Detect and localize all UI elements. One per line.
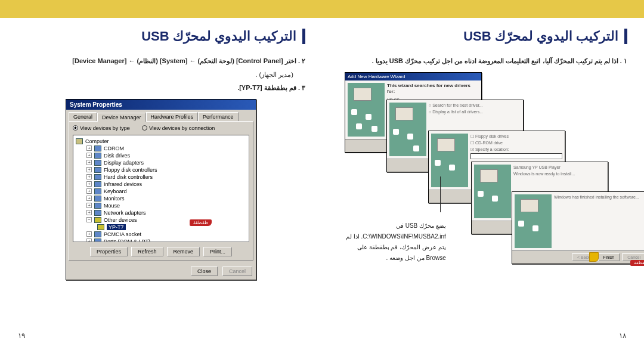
note-line-1: يضع محرّك USB في (346, 221, 446, 231)
expand-icon[interactable]: + (86, 188, 92, 194)
wizard-side-graphic (389, 103, 426, 156)
decor-icon (393, 129, 399, 135)
tab-device-manager[interactable]: Device Manager (97, 113, 146, 122)
properties-button[interactable]: Properties (90, 247, 128, 256)
expand-icon[interactable]: + (86, 231, 92, 237)
page-left: التركيب اليدوي لمحرّك USB ٢ . اختر [Cont… (0, 18, 322, 328)
page-title-right: التركيب اليدوي لمحرّك USB (463, 29, 618, 44)
decor-icon (366, 114, 371, 120)
computer-graphic (437, 138, 455, 151)
collapse-icon[interactable]: − (86, 217, 92, 222)
finish-button[interactable]: Finish (598, 253, 620, 261)
decor-icon (449, 165, 455, 171)
sysprop-bottom-row: Close Cancel (66, 263, 256, 280)
wizard-txt: Samsung YP USB Player (513, 165, 605, 170)
page-number-left: ١٩ (18, 332, 25, 340)
expand-icon[interactable]: + (86, 210, 92, 215)
wizard-main: Windows has finished installing the soft… (554, 194, 644, 248)
wizard-chk: ☑ Specify a location: (470, 147, 562, 152)
wizard-side-graphic (515, 194, 552, 248)
note-line-4: Browse من اجل وضعه . (346, 253, 446, 264)
expand-icon[interactable]: + (86, 196, 92, 201)
expand-icon[interactable]: + (86, 203, 92, 208)
radio-by-connection[interactable]: View devices by connection (142, 125, 215, 131)
tree-root[interactable]: Computer (76, 138, 246, 145)
decor-icon (413, 145, 419, 151)
step-3-text: ٣ . قم بطقطقة [YP-T7]. (17, 83, 305, 93)
wizard-txt: Windows is now ready to install... (513, 171, 605, 176)
sysprop-tabs: General Device Manager Hardware Profiles… (66, 110, 256, 121)
tree-item[interactable]: +PCMCIA socket (76, 231, 246, 238)
tree-item[interactable]: +Floppy disk controllers (76, 166, 246, 174)
page-corner-graphic (589, 252, 599, 262)
driver-path-note: يضع محرّك USB في C:\WINDOWS\INF\MUSBA2.i… (346, 221, 446, 264)
decor-icon (371, 126, 377, 132)
tree-item[interactable]: +Infrared devices (76, 181, 246, 188)
device-icon (94, 174, 101, 180)
expand-icon[interactable]: + (86, 145, 92, 151)
wizard-opt: ○ Display a list of all drivers... (429, 109, 521, 114)
wizard-body: Windows has finished installing the soft… (512, 192, 644, 250)
tree-item[interactable]: +Display adapters (76, 159, 246, 166)
remove-button[interactable]: Remove (167, 247, 200, 256)
expand-icon[interactable]: + (86, 160, 92, 165)
step-1-line: ١ . اذا لم يتم تركيب المحرّك آليا، اتبع … (372, 57, 627, 64)
click-badge-tree: طقطقة (190, 219, 212, 226)
device-icon (94, 145, 101, 151)
step-2-text: ٢ . اختر [Control Panel] (لوحة التحكم) ←… (17, 56, 305, 66)
step-3-line: ٣ . قم بطقطقة [YP-T7]. (237, 84, 305, 91)
expand-icon[interactable]: + (86, 239, 92, 242)
computer-graphic (395, 107, 413, 120)
tree-item[interactable]: +CDROM (76, 145, 246, 152)
computer-icon (76, 138, 83, 144)
tree-item-other[interactable]: −Other devices (76, 216, 246, 224)
tree-item-selected[interactable]: YP-T7 (76, 224, 246, 231)
expand-icon[interactable]: + (86, 167, 92, 172)
title-accent-bar (624, 29, 627, 44)
wizard-window-5: Windows has finished installing the soft… (512, 191, 644, 264)
tree-item[interactable]: +Ports (COM & LPT) (76, 238, 246, 242)
location-input[interactable] (470, 153, 562, 159)
tree-item[interactable]: +Hard disk controllers (76, 174, 246, 181)
close-button[interactable]: Close (191, 267, 218, 276)
decor-icon (351, 109, 357, 115)
wizard-side-graphic (431, 134, 468, 187)
page-spread: التركيب اليدوي لمحرّك USB ٢ . اختر [Cont… (0, 18, 644, 328)
print-button[interactable]: Print... (203, 247, 232, 256)
device-icon (94, 203, 101, 209)
tree-item[interactable]: +Monitors (76, 195, 246, 202)
wizard-chk: ☐ Floppy disk drives (470, 134, 562, 139)
radio-by-type[interactable]: View devices by type (73, 125, 130, 131)
wizard-btnrow: < Back Finish Cancel (512, 250, 644, 264)
tree-item[interactable]: +Disk drives (76, 152, 246, 159)
decor-icon (356, 123, 362, 129)
sysprop-button-row: Properties Refresh Remove Print... (73, 247, 249, 256)
sysprop-wrap: System Properties General Device Manager… (17, 99, 305, 280)
page-right: التركيب اليدوي لمحرّك USB ١ . اذا لم يتم… (322, 18, 644, 328)
title-row-left: التركيب اليدوي لمحرّك USB (17, 29, 305, 44)
tree-item[interactable]: +Mouse (76, 202, 246, 209)
note-line-2: C:\WINDOWS\INF\MUSBA2.inf. اذا لم (346, 231, 446, 242)
decor-icon (407, 134, 413, 140)
tree-item[interactable]: +Network adapters (76, 209, 246, 216)
device-tree[interactable]: Computer +CDROM +Disk drives +Display ad… (73, 135, 249, 242)
view-radios: View devices by type View devices by con… (73, 125, 249, 131)
tab-general[interactable]: General (69, 112, 97, 121)
click-badge: طقطقة (630, 260, 644, 266)
cancel-button[interactable]: Cancel (222, 267, 252, 276)
wizard-opt: ○ Search for the best driver... (429, 103, 521, 108)
tree-item[interactable]: +Keyboard (76, 188, 246, 195)
sysprop-panel: View devices by type View devices by con… (69, 121, 253, 261)
expand-icon[interactable]: + (86, 153, 92, 158)
step-1-text: ١ . اذا لم يتم تركيب المحرّك آليا، اتبع … (339, 56, 627, 66)
expand-icon[interactable]: + (86, 174, 92, 179)
expand-icon[interactable]: + (86, 181, 92, 187)
decor-icon (518, 221, 524, 227)
refresh-button[interactable]: Refresh (131, 247, 163, 256)
wizard-side-graphic (348, 83, 385, 137)
tab-performance[interactable]: Performance (198, 112, 239, 121)
device-icon (94, 153, 101, 159)
decor-icon (435, 160, 441, 166)
tab-hardware-profiles[interactable]: Hardware Profiles (146, 112, 199, 121)
wizard-titlebar: Add New Hardware Wizard (345, 73, 481, 80)
